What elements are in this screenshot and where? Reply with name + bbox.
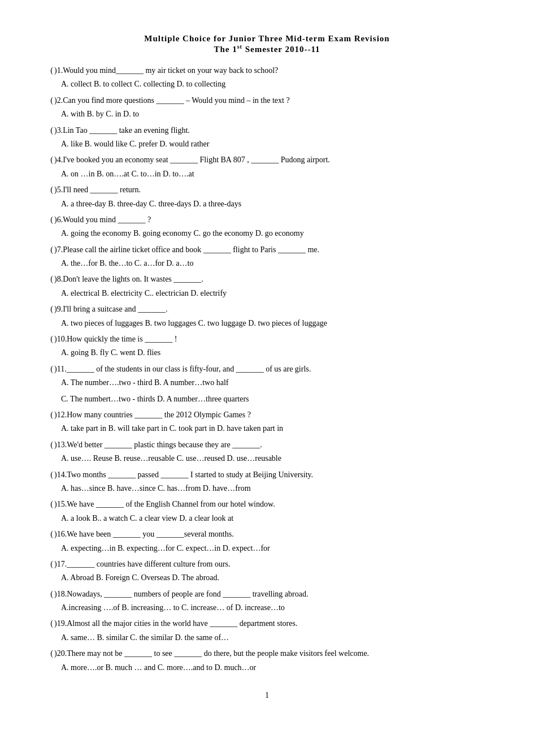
question-paren-7: ( xyxy=(45,245,53,254)
question-text-7: )7.Please call the airline ticket office… xyxy=(54,244,489,256)
question-text-15: )15.We have _______ of the English Chann… xyxy=(54,498,489,511)
question-text-16: )16.We have been _______ you _______seve… xyxy=(54,528,489,541)
question-block-18: ()18.Nowadays, _______ numbers of people… xyxy=(45,588,489,615)
question-text-10: )10.How quickly the time is _______ ! xyxy=(54,333,489,345)
question-text-3: )3.Lin Tao _______ take an evening fligh… xyxy=(54,124,489,137)
question-paren-14: ( xyxy=(45,470,53,479)
questions-container: ()1.Would you mind_______ my air ticket … xyxy=(45,64,489,674)
question-line-10: ()10.How quickly the time is _______ ! xyxy=(45,333,489,345)
question-block-11: ()11._______ of the students in our clas… xyxy=(45,363,489,405)
question-line-8: ()8.Don't leave the lights on. It wastes… xyxy=(45,273,489,286)
question-block-8: ()8.Don't leave the lights on. It wastes… xyxy=(45,273,489,300)
question-block-19: ()19.Almost all the major cities in the … xyxy=(45,617,489,644)
question-line-7: ()7.Please call the airline ticket offic… xyxy=(45,244,489,256)
question-text-6: )6.Would you mind _______ ? xyxy=(54,214,489,226)
question-text-13: )13.We'd better _______ plastic things b… xyxy=(54,439,489,451)
question-paren-4: ( xyxy=(45,155,53,165)
question-text-14: )14.Two months _______ passed _______ I … xyxy=(54,469,489,481)
question-paren-5: ( xyxy=(45,185,53,195)
question-text-19: )19.Almost all the major cities in the w… xyxy=(54,617,489,630)
question-paren-18: ( xyxy=(45,590,53,599)
title-line1: Multiple Choice for Junior Three Mid-ter… xyxy=(45,34,489,44)
options-line-8: A. electrical B. electricity C.. electri… xyxy=(45,287,489,300)
question-paren-6: ( xyxy=(45,215,53,224)
question-paren-13: ( xyxy=(45,440,53,450)
question-block-15: ()15.We have _______ of the English Chan… xyxy=(45,498,489,525)
options-line-17: A. Abroad B. Foreign C. Overseas D. The … xyxy=(45,572,489,584)
question-line-1: ()1.Would you mind_______ my air ticket … xyxy=(45,64,489,77)
question-paren-12: ( xyxy=(45,411,53,420)
question-text-17: )17._______ countries have different cul… xyxy=(54,558,489,571)
options-line-19: A. same… B. similar C. the similar D. th… xyxy=(45,632,489,644)
question-text-8: )8.Don't leave the lights on. It wastes … xyxy=(54,273,489,286)
title-sup: st xyxy=(237,44,242,50)
question-block-7: ()7.Please call the airline ticket offic… xyxy=(45,244,489,270)
question-line-5: ()5.I'll need _______ return. xyxy=(45,184,489,196)
question-block-12: ()12.How many countries _______ the 2012… xyxy=(45,409,489,435)
question-block-14: ()14.Two months _______ passed _______ I… xyxy=(45,469,489,495)
question-paren-8: ( xyxy=(45,275,53,284)
options-line1-20: A. more….or B. much … and C. more….and t… xyxy=(45,662,489,674)
options-line-15: A. a look B.. a watch C. a clear view D.… xyxy=(45,512,489,525)
question-line-16: ()16.We have been _______ you _______sev… xyxy=(45,528,489,541)
question-paren-11: ( xyxy=(45,365,53,374)
options-line-7: A. the…for B. the…to C. a…for D. a…to xyxy=(45,257,489,270)
options-line-1: A. collect B. to collect C. collecting D… xyxy=(45,78,489,90)
question-block-5: ()5.I'll need _______ return.A. a three-… xyxy=(45,184,489,210)
question-block-2: ()2.Can you find more questions _______ … xyxy=(45,94,489,121)
question-line-4: ()4.I've booked you an economy seat ____… xyxy=(45,154,489,166)
options-line2-11: C. The numbert…two - thirds D. A number…… xyxy=(45,393,489,405)
question-block-9: ()9.I'll bring a suitcase and _______.A.… xyxy=(45,303,489,330)
question-paren-19: ( xyxy=(45,619,53,628)
question-line-15: ()15.We have _______ of the English Chan… xyxy=(45,498,489,511)
question-paren-9: ( xyxy=(45,305,53,314)
title-line2-post: Semester 2010--11 xyxy=(242,45,320,54)
question-block-3: ()3.Lin Tao _______ take an evening flig… xyxy=(45,124,489,151)
question-line-9: ()9.I'll bring a suitcase and _______. xyxy=(45,303,489,316)
options-line-13: A. use…. Reuse B. reuse…reusable C. use…… xyxy=(45,452,489,465)
question-paren-10: ( xyxy=(45,335,53,344)
question-text-9: )9.I'll bring a suitcase and _______. xyxy=(54,303,489,316)
question-text-5: )5.I'll need _______ return. xyxy=(54,184,489,196)
question-block-13: ()13.We'd better _______ plastic things … xyxy=(45,439,489,465)
options-line1-11: A. The number….two - third B. A number…t… xyxy=(45,377,489,389)
question-text-1: )1.Would you mind_______ my air ticket o… xyxy=(54,64,489,77)
options-line-10: A. going B. fly C. went D. flies xyxy=(45,347,489,359)
question-text-4: )4.I've booked you an economy seat _____… xyxy=(54,154,489,166)
options-line-3: A. like B. would like C. prefer D. would… xyxy=(45,138,489,150)
question-block-6: ()6.Would you mind _______ ?A. going the… xyxy=(45,214,489,240)
question-line-17: ()17._______ countries have different cu… xyxy=(45,558,489,571)
question-block-17: ()17._______ countries have different cu… xyxy=(45,558,489,585)
question-paren-3: ( xyxy=(45,126,53,135)
options-line-18: A.increasing ….of B. increasing… to C. i… xyxy=(45,602,489,614)
question-text-18: )18.Nowadays, _______ numbers of people … xyxy=(54,588,489,601)
page-number: 1 xyxy=(45,691,489,700)
question-block-1: ()1.Would you mind_______ my air ticket … xyxy=(45,64,489,91)
options-line-9: A. two pieces of luggages B. two luggage… xyxy=(45,317,489,330)
page: Multiple Choice for Junior Three Mid-ter… xyxy=(0,0,534,756)
question-block-20: ()20.There may not be _______ to see ___… xyxy=(45,647,489,674)
options-line-16: A. expecting…in B. expecting…for C. expe… xyxy=(45,542,489,555)
question-line-18: ()18.Nowadays, _______ numbers of people… xyxy=(45,588,489,601)
question-line-14: ()14.Two months _______ passed _______ I… xyxy=(45,469,489,481)
question-text-20: )20.There may not be _______ to see ____… xyxy=(54,647,489,660)
question-line-20: ()20.There may not be _______ to see ___… xyxy=(45,647,489,660)
question-paren-2: ( xyxy=(45,96,53,105)
title-line2: The 1st Semester 2010--11 xyxy=(45,44,489,54)
question-line-19: ()19.Almost all the major cities in the … xyxy=(45,617,489,630)
question-line-2: ()2.Can you find more questions _______ … xyxy=(45,94,489,107)
options-line-6: A. going the economy B. going economy C.… xyxy=(45,227,489,240)
question-block-16: ()16.We have been _______ you _______sev… xyxy=(45,528,489,555)
question-line-3: ()3.Lin Tao _______ take an evening flig… xyxy=(45,124,489,137)
options-line-14: A. has…since B. have…since C. has…from D… xyxy=(45,482,489,495)
options-line-5: A. a three-day B. three-day C. three-day… xyxy=(45,198,489,210)
question-line-13: ()13.We'd better _______ plastic things … xyxy=(45,439,489,451)
question-paren-20: ( xyxy=(45,649,53,658)
question-text-2: )2.Can you find more questions _______ –… xyxy=(54,94,489,107)
question-block-10: ()10.How quickly the time is _______ !A.… xyxy=(45,333,489,360)
question-paren-16: ( xyxy=(45,530,53,539)
question-paren-17: ( xyxy=(45,560,53,569)
options-line-2: A. with B. by C. in D. to xyxy=(45,108,489,120)
question-paren-15: ( xyxy=(45,500,53,509)
title-line2-pre: The 1 xyxy=(214,45,237,54)
